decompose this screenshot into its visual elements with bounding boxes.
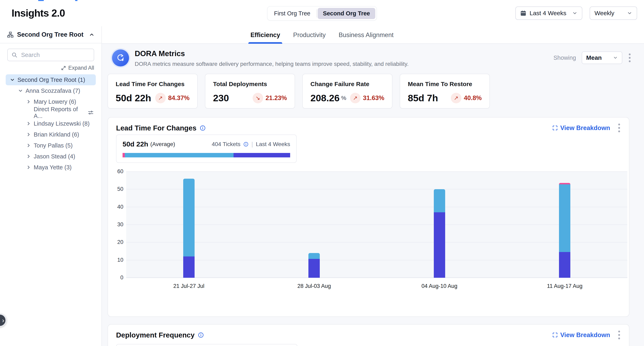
tree-item-label: Direct Reports of A... <box>34 106 88 119</box>
cropped-browser-artifact <box>75 0 78 1</box>
top-bar: Insights 2.0 First Org Tree Second Org T… <box>0 0 644 27</box>
bar-segment-build <box>308 259 320 278</box>
tree-item-direct-reports-of-a[interactable]: Direct Reports of A... <box>6 107 96 118</box>
chevron-down-icon[interactable] <box>10 77 15 82</box>
lead-time-title: Lead Time For Changes <box>116 124 196 132</box>
search-input[interactable] <box>21 51 90 59</box>
stacked-bar-28-jul-03-aug[interactable] <box>308 253 320 278</box>
x-tick-label: 11 Aug-17 Aug <box>530 283 599 289</box>
view-breakdown-icon <box>552 332 558 338</box>
tree-item-jason-stead-4[interactable]: Jason Stead (4) <box>6 151 96 162</box>
granularity-dropdown[interactable]: Weekly <box>590 6 637 20</box>
y-tick-label: 30 <box>108 221 123 228</box>
tree-item-label: Mary Lowery (6) <box>34 98 76 105</box>
gridline-y-40 <box>126 207 627 207</box>
stat-title: Change Failure Rate <box>310 81 384 88</box>
tab-productivity[interactable]: Productivity <box>293 26 326 44</box>
filter-sliders-icon[interactable] <box>88 110 94 116</box>
bar-segment-review <box>434 189 445 212</box>
stat-value-suffix: % <box>341 95 346 101</box>
stat-title: Total Deployments <box>213 81 287 88</box>
divider: | <box>252 141 253 148</box>
gridline-y-0 <box>126 278 627 278</box>
stacked-bar-21-jul-27-jul[interactable] <box>183 179 194 278</box>
tree-item-second-org-tree-root-1[interactable]: Second Org Tree Root (1) <box>6 74 96 85</box>
tree-item-mary-lowery-6[interactable]: Mary Lowery (6) <box>6 96 96 107</box>
trend-up-arrow-icon: ↗ <box>155 93 166 103</box>
tree-item-maya-yette-3[interactable]: Maya Yette (3) <box>6 162 96 173</box>
tab-business-alignment[interactable]: Business Alignment <box>339 26 394 44</box>
stacked-bar-11-aug-17-aug[interactable] <box>559 183 570 278</box>
tree-item-anna-scozzafava-7[interactable]: Anna Scozzafava (7) <box>6 85 96 96</box>
gridline-y-60 <box>126 172 627 172</box>
lead-time-kebab-menu[interactable] <box>618 123 621 133</box>
tab-efficiency[interactable]: Efficiency <box>250 26 280 44</box>
dora-stat-cards: Lead Time For Changes 50d 22h ↗ 84.37% T… <box>108 74 490 109</box>
gridline-y-30 <box>126 224 627 225</box>
tree-item-lindsay-liszewski-8[interactable]: Lindsay Liszewski (8) <box>6 118 96 129</box>
stat-card-total-deployments: Total Deployments 230 ↘ 21.23% <box>205 74 295 109</box>
chevron-down-icon[interactable] <box>18 88 23 93</box>
trend-up-arrow-icon: ↗ <box>350 93 360 103</box>
chevron-right-icon[interactable] <box>26 121 31 126</box>
org-tree-toggle: First Org Tree Second Org Tree <box>267 6 377 21</box>
chevron-down-icon <box>627 10 632 16</box>
date-range-dropdown[interactable]: Last 4 Weeks <box>515 6 582 20</box>
cropped-browser-artifact <box>38 0 44 1</box>
bar-segment-build <box>183 256 194 278</box>
chevron-right-icon[interactable] <box>26 154 31 159</box>
stat-card-mean-time-to-restore: Mean Time To Restore 85d 7h ↗ 40.8% <box>400 74 490 109</box>
y-tick-label: 40 <box>108 204 123 210</box>
gridline-y-10 <box>126 260 627 260</box>
chevron-right-icon[interactable] <box>26 165 31 170</box>
lead-time-summary-card: 50d 22h (Average) 404 Tickets | Last 4 W… <box>116 135 297 163</box>
page-title: Insights 2.0 <box>12 7 65 19</box>
chevron-right-icon[interactable] <box>26 132 31 137</box>
trend-up-arrow-icon: ↗ <box>451 93 462 103</box>
phase-segment-build <box>234 153 290 158</box>
chevron-right-icon[interactable] <box>26 99 31 104</box>
toggle-first-org-tree[interactable]: First Org Tree <box>269 8 316 19</box>
chevron-right-icon[interactable] <box>26 143 31 148</box>
phase-segment-planning <box>122 153 125 158</box>
expand-all-button[interactable]: Expand All <box>0 65 102 71</box>
expand-all-label: Expand All <box>68 65 94 71</box>
deployment-kebab-menu[interactable] <box>618 330 621 340</box>
deployment-summary-card-partial <box>116 344 298 346</box>
tree-item-brian-kirkland-6[interactable]: Brian Kirkland (6) <box>6 129 96 140</box>
stat-delta: 84.37% <box>168 94 190 102</box>
deployment-frequency-title: Deployment Frequency <box>116 331 194 339</box>
tree-item-label: Lindsay Liszewski (8) <box>34 120 90 127</box>
tree-item-label: Maya Yette (3) <box>34 164 72 171</box>
toggle-second-org-tree[interactable]: Second Org Tree <box>318 8 375 19</box>
tree-item-label: Brian Kirkland (6) <box>34 131 79 138</box>
stacked-bar-04-aug-10-aug[interactable] <box>434 189 445 278</box>
y-tick-label: 10 <box>108 257 123 263</box>
tree-item-label: Anna Scozzafava (7) <box>26 88 80 94</box>
org-tree-sidebar: Second Org Tree Root Expand All Second O… <box>0 26 102 346</box>
info-icon[interactable] <box>200 125 206 131</box>
gridline-y-20 <box>126 242 627 242</box>
search-icon <box>11 52 18 58</box>
aggregation-select[interactable]: Mean <box>582 51 622 64</box>
dora-kebab-menu[interactable] <box>628 53 632 63</box>
stat-value: 230 <box>213 92 229 104</box>
info-icon[interactable] <box>198 332 204 338</box>
tree-item-tony-pallas-5[interactable]: Tony Pallas (5) <box>6 140 96 151</box>
stat-title: Lead Time For Changes <box>116 81 190 88</box>
bar-segment-review <box>559 184 570 252</box>
stat-card-change-failure-rate: Change Failure Rate 208.26 % ↗ 31.63% <box>302 74 392 109</box>
view-breakdown-button[interactable]: View Breakdown <box>552 332 610 339</box>
bar-segment-build <box>559 252 570 278</box>
calendar-icon <box>520 10 526 16</box>
aggregation-value: Mean <box>586 54 602 61</box>
tab-label: Business Alignment <box>339 31 394 39</box>
insights-app: Insights 2.0 First Org Tree Second Org T… <box>0 0 644 346</box>
view-breakdown-button[interactable]: View Breakdown <box>552 124 610 132</box>
stat-title: Mean Time To Restore <box>408 81 482 88</box>
lead-time-chart-plot <box>126 172 627 278</box>
y-tick-label: 20 <box>108 239 123 245</box>
stat-value: 50d 22h <box>116 92 151 104</box>
view-breakdown-icon <box>552 125 558 131</box>
info-icon[interactable] <box>243 142 248 147</box>
